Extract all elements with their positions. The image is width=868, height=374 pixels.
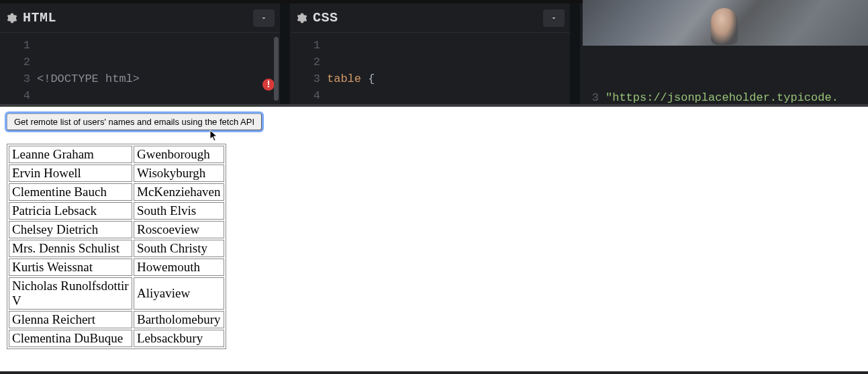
user-name-cell: Leanne Graham [9,146,132,163]
table-row: Clementine BauchMcKenziehaven [9,183,224,201]
bottom-bar [0,371,868,374]
error-badge[interactable]: ! [262,79,275,91]
fetch-users-button[interactable]: Get remote list of users' names and emai… [7,113,262,130]
chevron-down-icon [550,14,558,22]
user-name-cell: Ervin Howell [9,165,132,182]
user-city-cell: Roscoeview [134,221,224,238]
table-row: Patricia LebsackSouth Elvis [9,202,224,220]
user-city-cell: Gwenborough [134,146,224,163]
chevron-down-icon [260,14,268,22]
pane-dropdown-html[interactable] [253,9,275,27]
table-row: Kurtis WeissnatHowemouth [9,259,224,276]
webcam-overlay [583,0,868,46]
pane-title-html: HTML [23,10,56,26]
user-name-cell: Clementina DuBuque [9,330,132,347]
table-row: Glenna ReichertBartholomebury [9,311,224,328]
user-city-cell: McKenziehaven [134,183,224,201]
user-name-cell: Mrs. Dennis Schulist [9,240,132,257]
code-lines-css: table { margin-top: 20px; } table, tr, t… [327,37,570,104]
user-name-cell: Chelsey Dietrich [9,221,132,238]
gutter-js: 3 [580,56,606,104]
preview-area: Get remote list of users' names and emai… [0,107,868,374]
pane-title-css: CSS [313,10,338,26]
cursor-icon [209,130,219,142]
table-row: Clementina DuBuqueLebsackbury [9,330,224,347]
pane-header-css: CSS [290,3,570,33]
table-row: Nicholas Runolfsdottir VAliyaview [9,277,224,310]
pane-header-html: HTML [0,3,280,33]
table-row: Mrs. Dennis SchulistSouth Christy [9,240,224,257]
user-city-cell: South Elvis [134,202,224,220]
code-body-css[interactable]: 1 2 3 4 table { margin-top: 20px; } tabl… [290,33,570,104]
gutter-css: 1 2 3 4 [290,37,327,104]
user-city-cell: Bartholomebury [134,311,224,328]
user-name-cell: Clementine Bauch [9,183,132,201]
pane-html: HTML 1 2 3 4 <!DOCTYPE html> <html lang=… [0,3,290,104]
user-name-cell: Patricia Lebsack [9,202,132,220]
users-table: Leanne GrahamGwenboroughErvin HowellWiso… [7,144,226,349]
gear-icon[interactable] [7,13,17,24]
user-city-cell: Lebsackbury [134,330,224,347]
user-city-cell: Wisokyburgh [134,165,224,182]
user-name-cell: Nicholas Runolfsdottir V [9,277,132,310]
gutter-html: 1 2 3 4 [0,37,37,104]
user-city-cell: Howemouth [134,259,224,276]
table-row: Leanne GrahamGwenborough [9,146,224,163]
pane-dropdown-css[interactable] [543,9,565,27]
code-lines-js: "https://jsonplaceholder.typicode. com/u… [606,56,868,104]
user-city-cell: South Christy [134,240,224,257]
code-lines-html: <!DOCTYPE html> <html lang="en"> <head> … [37,37,280,104]
user-name-cell: Glenna Reichert [9,311,132,328]
table-row: Chelsey DietrichRoscoeview [9,221,224,238]
table-row: Ervin HowellWisokyburgh [9,165,224,182]
code-body-html[interactable]: 1 2 3 4 <!DOCTYPE html> <html lang="en">… [0,33,280,104]
user-city-cell: Aliyaview [134,277,224,310]
user-name-cell: Kurtis Weissnat [9,259,132,276]
gear-icon[interactable] [297,13,307,24]
pane-css: CSS 1 2 3 4 table { margin-top: 20px; } … [290,3,580,104]
scrollbar-html[interactable] [274,37,279,101]
